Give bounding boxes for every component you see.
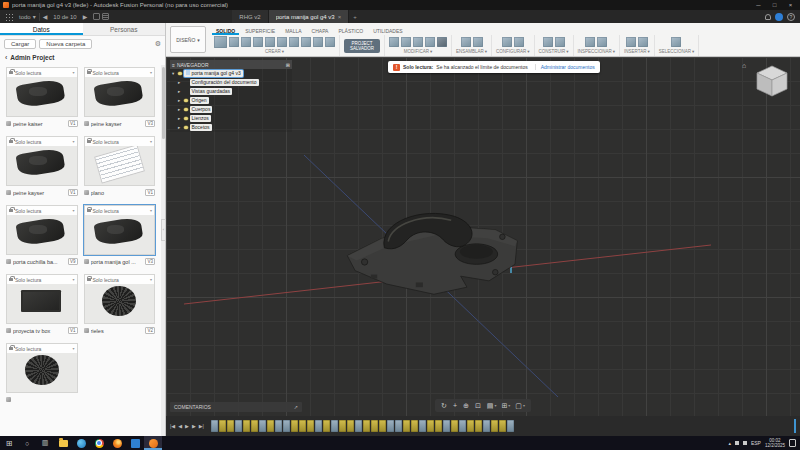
ribbon-tab[interactable]: PLÁSTICO bbox=[334, 28, 367, 35]
browser-row-label[interactable]: porta manija gol g4 v3 bbox=[184, 70, 243, 77]
start-button[interactable]: ⊞ bbox=[6, 439, 13, 448]
group-dropdown-configurar[interactable]: CONFIGURAR ▾ bbox=[496, 48, 530, 56]
visibility-bulb-icon[interactable] bbox=[178, 72, 182, 76]
timeline-feature-icon[interactable] bbox=[211, 420, 218, 432]
scope-dropdown[interactable]: todo ▾ bbox=[16, 10, 39, 23]
project-item[interactable]: Solo lectura ▾ peine kaiser V1 bbox=[6, 67, 78, 130]
notification-bell-icon[interactable] bbox=[765, 14, 771, 20]
timeline-feature-icon[interactable] bbox=[403, 420, 410, 432]
timeline-feature-icon[interactable] bbox=[315, 420, 322, 432]
fit-icon[interactable]: ⊡ bbox=[475, 402, 482, 410]
tool-icon[interactable] bbox=[425, 37, 435, 47]
expand-arrow-icon[interactable]: ▸ bbox=[178, 89, 182, 94]
group-dropdown-crear[interactable]: CREAR ▾ bbox=[265, 48, 284, 56]
firefox-icon[interactable] bbox=[113, 439, 122, 448]
volume-icon[interactable] bbox=[743, 441, 747, 445]
ribbon-tab[interactable]: SOLIDO bbox=[212, 28, 239, 35]
tool-icon[interactable] bbox=[289, 37, 299, 47]
dock-pane-icon[interactable]: ⊞ bbox=[286, 62, 290, 68]
project-item-thumbnail[interactable]: Solo lectura ▾ bbox=[84, 136, 156, 186]
readonly-strip[interactable]: Solo lectura ▾ bbox=[7, 68, 77, 77]
tool-icon[interactable] bbox=[473, 37, 483, 47]
project-item[interactable]: Solo lectura ▾ porta cuchilla ba... V9 bbox=[6, 205, 78, 268]
tool-icon[interactable] bbox=[325, 37, 335, 47]
browser-row-label[interactable]: Cuerpos bbox=[190, 106, 213, 113]
taskbar-slot[interactable] bbox=[144, 436, 162, 450]
help-icon[interactable]: ? bbox=[787, 13, 795, 21]
group-dropdown-ensamblar[interactable]: ENSAMBLAR ▾ bbox=[456, 48, 487, 56]
home-icon[interactable]: ⌂ bbox=[742, 62, 746, 69]
expand-arrow-icon[interactable]: ▸ bbox=[178, 98, 182, 103]
chrome-icon[interactable] bbox=[95, 439, 104, 448]
tool-icon[interactable] bbox=[229, 37, 239, 47]
tool-icon[interactable] bbox=[277, 37, 287, 47]
display-settings-icon[interactable]: ▤ ▾ bbox=[487, 402, 497, 410]
tool-icon[interactable] bbox=[401, 37, 411, 47]
expand-arrow-icon[interactable]: ▾ bbox=[172, 71, 176, 76]
scrollbar[interactable] bbox=[161, 65, 165, 436]
model-body[interactable] bbox=[341, 202, 526, 307]
expand-arrow-icon[interactable]: ▸ bbox=[178, 107, 182, 112]
timeline-feature-icon[interactable] bbox=[411, 420, 418, 432]
mail-icon[interactable] bbox=[131, 439, 140, 448]
timeline-feature-icon[interactable] bbox=[331, 420, 338, 432]
project-item-thumbnail[interactable]: Solo lectura ▾ bbox=[6, 136, 78, 186]
workspace-selector[interactable]: DISEÑO ▾ bbox=[170, 26, 206, 53]
readonly-strip[interactable]: Solo lectura ▾ bbox=[85, 68, 155, 77]
timeline-feature-icon[interactable] bbox=[483, 420, 490, 432]
version-badge[interactable]: V9 bbox=[68, 258, 78, 265]
tool-icon[interactable] bbox=[265, 37, 275, 47]
view-cube[interactable]: ⌂ bbox=[744, 62, 790, 102]
timeline-feature-icon[interactable] bbox=[235, 420, 242, 432]
timeline-feature-icon[interactable] bbox=[499, 420, 506, 432]
project-salvador-button[interactable]: PROJECT SALVADOR bbox=[344, 39, 380, 53]
readonly-strip[interactable]: Solo lectura ▾ bbox=[85, 206, 155, 215]
timeline-feature-icon[interactable] bbox=[427, 420, 434, 432]
document-tab[interactable]: porta manija gol g4 v3 × bbox=[269, 10, 350, 23]
expand-arrow-icon[interactable]: ▸ bbox=[178, 80, 182, 85]
timeline-feature-icon[interactable] bbox=[443, 420, 450, 432]
ribbon-tab[interactable]: MALLA bbox=[281, 28, 305, 35]
timeline-feature-icon[interactable] bbox=[307, 420, 314, 432]
project-item-thumbnail[interactable]: Solo lectura ▾ bbox=[6, 67, 78, 117]
tool-icon[interactable] bbox=[389, 37, 399, 47]
gear-icon[interactable]: ⚙ bbox=[155, 40, 161, 48]
project-item[interactable]: Solo lectura ▾ rieles V2 bbox=[84, 274, 156, 337]
group-dropdown-insertar[interactable]: INSERTAR ▾ bbox=[624, 48, 650, 56]
pan-icon[interactable]: + bbox=[453, 402, 458, 409]
visibility-bulb-icon[interactable] bbox=[184, 99, 188, 103]
taskbar-slot[interactable] bbox=[54, 436, 72, 450]
timeline-feature-icon[interactable] bbox=[347, 420, 354, 432]
ribbon-tab[interactable]: CHAPA bbox=[308, 28, 333, 35]
view-cube-faces[interactable] bbox=[754, 64, 790, 98]
browser-row-label[interactable]: Vistas guardadas bbox=[190, 88, 233, 95]
timeline-feature-icon[interactable] bbox=[355, 420, 362, 432]
readonly-strip[interactable]: Solo lectura ▾ bbox=[7, 206, 77, 215]
group-dropdown-construir[interactable]: CONSTRUIR ▾ bbox=[539, 48, 569, 56]
project-item[interactable]: Solo lectura ▾ peine kayser V1 bbox=[6, 136, 78, 199]
fusion-icon[interactable] bbox=[149, 439, 158, 448]
manage-documents-link[interactable]: Administrar documentos bbox=[535, 64, 595, 70]
expand-arrow-icon[interactable]: ▸ bbox=[178, 125, 182, 130]
timeline-feature-icon[interactable] bbox=[379, 420, 386, 432]
browser-row[interactable]: ▾ porta manija gol g4 v3 bbox=[170, 69, 292, 78]
timeline-feature-icon[interactable] bbox=[507, 420, 514, 432]
timeline-feature-icon[interactable] bbox=[395, 420, 402, 432]
tool-icon[interactable] bbox=[585, 37, 595, 47]
taskbar-slot[interactable] bbox=[126, 436, 144, 450]
timeline-feature-icon[interactable] bbox=[371, 420, 378, 432]
tool-icon[interactable] bbox=[555, 37, 565, 47]
browser-row-label[interactable]: Origen bbox=[190, 97, 209, 104]
readonly-strip[interactable]: Solo lectura ▾ bbox=[85, 275, 155, 284]
browser-row-label[interactable]: Bocetos bbox=[190, 124, 212, 131]
browser-row[interactable]: ▸ Cuerpos bbox=[170, 105, 292, 114]
scrollbar-thumb[interactable] bbox=[162, 67, 165, 139]
browser-row[interactable]: ▸ Bocetos bbox=[170, 123, 292, 132]
panel-collapse-handle[interactable]: ‹ bbox=[161, 219, 166, 241]
visibility-bulb-icon[interactable] bbox=[184, 126, 188, 130]
version-badge[interactable]: V1 bbox=[145, 189, 155, 196]
timeline-feature-icon[interactable] bbox=[227, 420, 234, 432]
play-button[interactable]: ▶ bbox=[185, 423, 189, 429]
timeline-feature-icon[interactable] bbox=[451, 420, 458, 432]
orbit-icon[interactable]: ↻ bbox=[441, 402, 448, 410]
